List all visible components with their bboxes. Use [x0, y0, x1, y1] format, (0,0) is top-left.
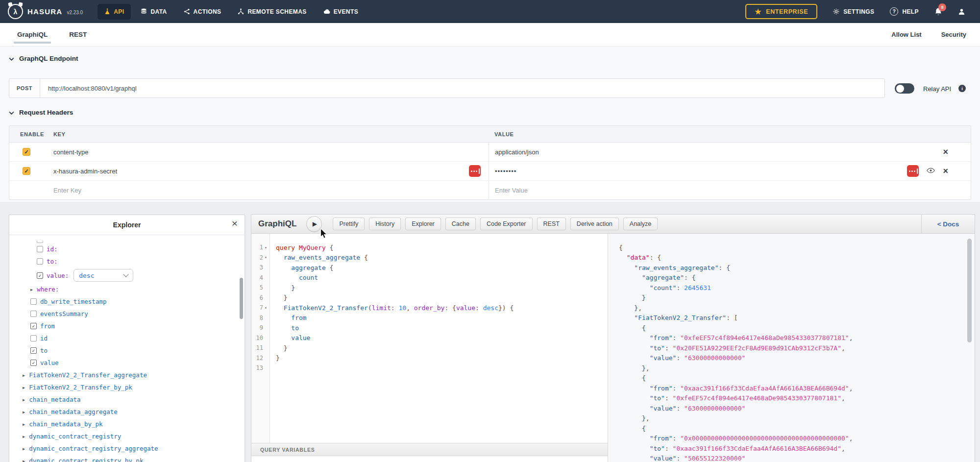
explorer-row[interactable]: ▶dynamic_contract_registry_aggregate	[9, 442, 245, 455]
header-enabled-checkbox[interactable]: ✓	[23, 167, 30, 175]
tab-rest[interactable]: REST	[66, 23, 90, 46]
response-scrollbar[interactable]	[967, 239, 972, 342]
explorer-row[interactable]: ✓value:desc	[9, 267, 245, 283]
header-value[interactable]: application/json	[495, 148, 539, 156]
tab-security[interactable]: Security	[941, 31, 966, 38]
explorer-row[interactable]: ▶chain_metadata_aggregate	[9, 406, 245, 418]
toolbar-button-code-exporter[interactable]: Code Exporter	[480, 218, 533, 230]
explorer-row[interactable]: ✓to	[9, 344, 245, 357]
execute-query-button[interactable]: ▶	[306, 216, 322, 232]
toolbar-button-explorer[interactable]: Explorer	[405, 218, 441, 230]
explorer-row[interactable]: eventsSummary	[9, 308, 245, 320]
code-line: }	[276, 293, 608, 303]
question-icon: ?	[890, 7, 898, 16]
toolbar-button-rest[interactable]: REST	[537, 218, 566, 230]
response-line: }	[619, 293, 975, 303]
explorer-row[interactable]: id	[9, 332, 245, 344]
new-header-key-input[interactable]: Enter Key	[53, 187, 81, 194]
tab-allow-list[interactable]: Allow List	[891, 31, 921, 38]
checkbox[interactable]	[37, 258, 43, 265]
table-row: ✓ content-type application/json ×	[9, 143, 971, 162]
endpoint-section-title: GraphQL Endpoint	[19, 55, 78, 62]
explorer-scrollbar[interactable]	[240, 278, 243, 319]
reveal-secret-icon[interactable]	[927, 168, 935, 175]
headers-section-title: Request Headers	[19, 109, 73, 116]
toolbar-button-history[interactable]: History	[369, 218, 401, 230]
docs-button[interactable]: < Docs	[921, 215, 975, 233]
explorer-row[interactable]: to:	[9, 255, 245, 267]
code-line: to	[276, 323, 608, 333]
explorer-row[interactable]: ▶chain_metadata_by_pk	[9, 418, 245, 430]
toolbar-button-cache[interactable]: Cache	[445, 218, 476, 230]
response-line: "to": "0xfeEF57c4f894e6417e468aDe9854330…	[619, 393, 975, 404]
checkbox[interactable]	[30, 311, 37, 317]
gear-icon	[833, 8, 839, 15]
explorer-row[interactable]: ▶where:	[9, 283, 245, 295]
headers-section-header[interactable]: Request Headers	[9, 109, 73, 116]
hasura-logo[interactable]: λ HASURA v2.23.0	[8, 4, 83, 19]
explorer-row[interactable]: ▶dynamic_contract_registry_by_pk	[9, 455, 245, 462]
header-key[interactable]: content-type	[53, 148, 89, 156]
nav-item-actions[interactable]: ACTIONS	[177, 4, 228, 20]
help-button[interactable]: ? HELP	[890, 7, 919, 16]
code-line: value	[276, 333, 608, 343]
query-variables-editor[interactable]	[251, 456, 608, 462]
relay-api-toggle[interactable]	[895, 83, 914, 94]
explorer-row[interactable]: ▶FiatTokenV2_2_Transfer_aggregate	[9, 369, 245, 381]
response-line: "value": "50655122320000"	[619, 454, 975, 462]
toolbar-button-prettify[interactable]: Prettify	[333, 218, 365, 230]
explorer-row[interactable]: id:	[9, 243, 245, 255]
checkbox[interactable]: ✓	[30, 360, 37, 366]
hasura-logo-icon: λ	[8, 4, 23, 19]
response-line: },	[619, 303, 975, 313]
remove-header-button[interactable]: ×	[943, 147, 948, 156]
checkbox[interactable]: ✓	[30, 347, 37, 354]
password-extension-icon[interactable]	[469, 165, 481, 177]
toolbar-button-derive-action[interactable]: Derive action	[570, 218, 619, 230]
chevron-down-icon	[9, 57, 14, 61]
settings-button[interactable]: SETTINGS	[833, 8, 874, 15]
query-editor-column: 1▾2▾34567▾8910111213 query MyQuery { raw…	[251, 234, 608, 462]
checkbox[interactable]: ✓	[30, 323, 37, 329]
order-by-dropdown[interactable]: desc	[74, 269, 133, 282]
checkbox[interactable]: ✓	[37, 272, 43, 279]
close-icon[interactable]: ×	[232, 218, 238, 229]
checkbox[interactable]	[37, 246, 43, 252]
query-variables-bar[interactable]: QUERY VARIABLES	[251, 443, 608, 456]
notifications-button[interactable]: 8	[934, 7, 942, 16]
new-header-value-input[interactable]: Enter Value	[495, 187, 528, 194]
code-line: from	[276, 313, 608, 323]
nav-item-events[interactable]: EVENTS	[317, 4, 365, 20]
toolbar-button-analyze[interactable]: Analyze	[623, 218, 658, 230]
nav-right: ★ ENTERPRISE SETTINGS ? HELP 8	[745, 4, 965, 19]
response-line: "data": {	[619, 253, 975, 263]
explorer-row[interactable]: db_write_timestamp	[9, 295, 245, 308]
code-line	[276, 363, 608, 373]
header-value-masked[interactable]: ••••••••	[495, 168, 516, 175]
checkbox[interactable]	[30, 298, 37, 305]
hasura-console: λ HASURA v2.23.0 API DATA ACTION	[0, 0, 980, 462]
explorer-row[interactable]: ▶FiatTokenV2_2_Transfer_by_pk	[9, 381, 245, 393]
explorer-row[interactable]: ▶chain_metadata	[9, 393, 245, 406]
nav-item-remote-schemas[interactable]: REMOTE SCHEMAS	[231, 4, 313, 20]
checkbox[interactable]	[30, 335, 37, 341]
relay-info-icon[interactable]: i	[958, 85, 966, 92]
password-extension-icon[interactable]	[907, 165, 919, 177]
tab-graphiql[interactable]: GraphiQL	[14, 23, 51, 46]
endpoint-section-header[interactable]: GraphQL Endpoint	[9, 55, 78, 62]
expand-triangle-icon: ▶	[23, 446, 25, 451]
explorer-row[interactable]: ✓value	[9, 357, 245, 369]
enterprise-button[interactable]: ★ ENTERPRISE	[745, 4, 817, 19]
table-row: ✓ x-hasura-admin-secret •••••••• ×	[9, 162, 971, 181]
nav-item-api[interactable]: API	[98, 4, 131, 20]
query-editor[interactable]: query MyQuery { raw_events_aggregate { a…	[270, 234, 608, 443]
explorer-row[interactable]: ✓from	[9, 320, 245, 332]
expand-triangle-icon: ▶	[23, 397, 25, 402]
remove-header-button[interactable]: ×	[943, 167, 948, 175]
explorer-row[interactable]: ▶dynamic_contract_registry	[9, 430, 245, 442]
header-enabled-checkbox[interactable]: ✓	[23, 148, 30, 156]
nav-item-data[interactable]: DATA	[134, 4, 173, 20]
header-key[interactable]: x-hasura-admin-secret	[53, 168, 117, 175]
endpoint-url-input[interactable]: http://localhost:8080/v1/graphql	[40, 79, 884, 97]
user-menu-button[interactable]	[958, 8, 965, 16]
